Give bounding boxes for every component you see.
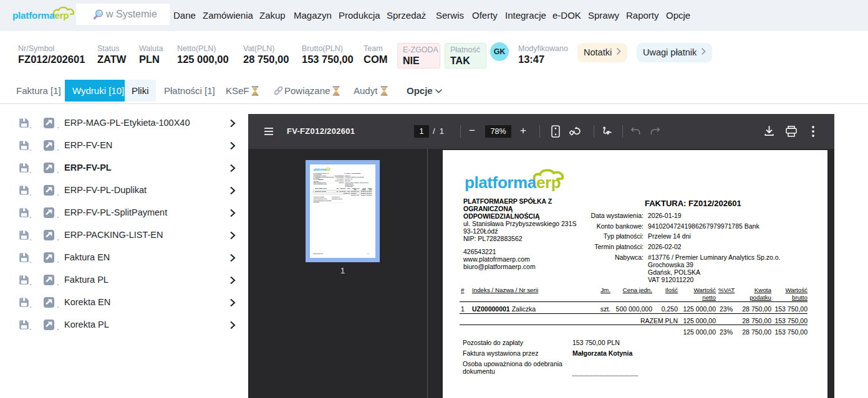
svg-text:platformaerp: platformaerp	[12, 10, 69, 21]
svg-text:platformaerp: platformaerp	[314, 168, 330, 171]
svg-text:platformaerp: platformaerp	[465, 173, 561, 192]
